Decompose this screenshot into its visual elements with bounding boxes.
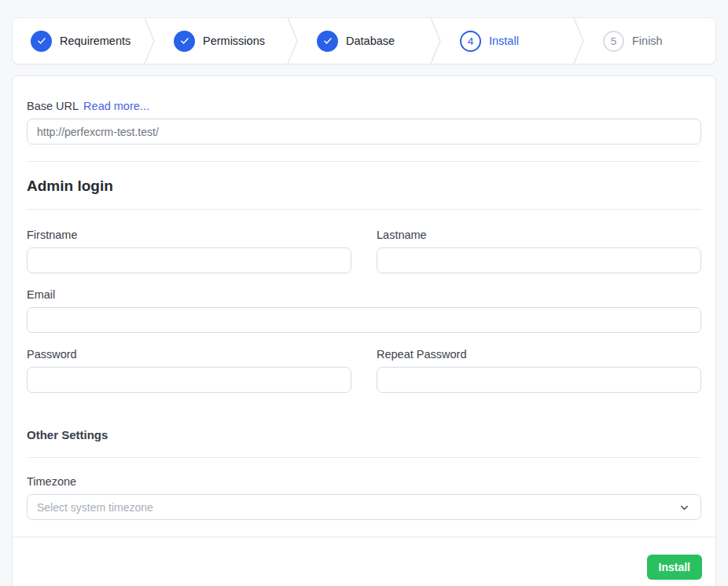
- email-field-group: Email: [27, 288, 701, 333]
- step-requirements[interactable]: Requirements: [13, 18, 143, 64]
- password-input[interactable]: [27, 367, 351, 393]
- check-circle-icon: [31, 31, 52, 52]
- base-url-input[interactable]: [27, 119, 701, 145]
- step-number-badge: 4: [460, 31, 481, 52]
- timezone-label: Timezone: [27, 475, 701, 488]
- admin-login-heading: Admin login: [27, 178, 701, 195]
- form-footer: Install: [13, 537, 715, 586]
- firstname-field-group: Firstname: [27, 229, 351, 273]
- step-separator: [143, 18, 156, 64]
- install-form-body: Base URL Read more... Admin login Firstn…: [13, 76, 715, 537]
- base-url-label: Base URL: [27, 100, 79, 112]
- base-url-label-row: Base URL Read more...: [27, 100, 701, 112]
- install-form-card: Base URL Read more... Admin login Firstn…: [12, 75, 716, 586]
- firstname-input[interactable]: [27, 247, 351, 273]
- installer-page: Requirements Permissions Database 4 Inst…: [0, 0, 728, 586]
- step-permissions[interactable]: Permissions: [156, 18, 286, 64]
- password-fields-row: Password Repeat Password: [27, 348, 701, 408]
- repeat-password-label: Repeat Password: [377, 348, 701, 361]
- step-label: Permissions: [203, 35, 265, 47]
- password-field-group: Password: [27, 348, 351, 393]
- check-circle-icon: [174, 31, 195, 52]
- repeat-password-input[interactable]: [377, 367, 701, 393]
- lastname-input[interactable]: [377, 247, 701, 273]
- lastname-field-group: Lastname: [377, 229, 701, 273]
- step-number-badge: 5: [603, 31, 624, 52]
- email-input[interactable]: [27, 307, 701, 333]
- check-circle-icon: [317, 31, 338, 52]
- step-label: Requirements: [60, 35, 131, 47]
- password-label: Password: [27, 348, 351, 361]
- email-label: Email: [27, 288, 701, 301]
- step-separator: [572, 18, 585, 64]
- step-separator: [286, 18, 299, 64]
- step-database[interactable]: Database: [299, 18, 429, 64]
- step-finish[interactable]: 5 Finish: [585, 18, 715, 64]
- firstname-label: Firstname: [27, 229, 351, 241]
- timezone-select-wrap: [27, 494, 701, 520]
- step-label: Install: [489, 35, 519, 47]
- read-more-link[interactable]: Read more...: [83, 100, 149, 112]
- section-divider: [27, 209, 701, 210]
- section-divider: [27, 457, 701, 458]
- step-label: Finish: [632, 35, 663, 47]
- step-install[interactable]: 4 Install: [442, 18, 572, 64]
- install-button[interactable]: Install: [647, 555, 702, 580]
- step-label: Database: [346, 35, 395, 47]
- repeat-password-field-group: Repeat Password: [377, 348, 701, 393]
- install-wizard-stepper: Requirements Permissions Database 4 Inst…: [12, 17, 716, 64]
- section-divider: [27, 161, 701, 162]
- name-fields-row: Firstname Lastname: [27, 229, 701, 288]
- other-settings-heading: Other Settings: [27, 428, 701, 441]
- step-separator: [429, 18, 442, 64]
- lastname-label: Lastname: [377, 229, 701, 241]
- timezone-select[interactable]: [27, 494, 701, 520]
